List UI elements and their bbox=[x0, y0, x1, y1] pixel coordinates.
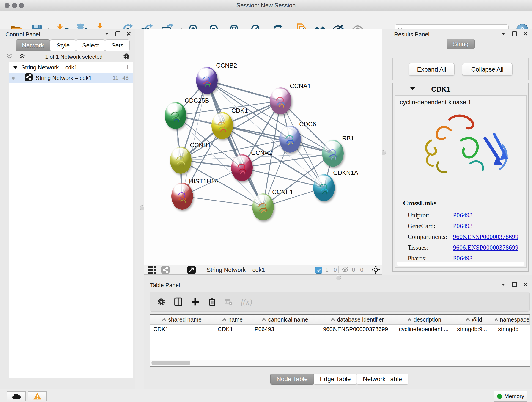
selected-count: 1 - 0 bbox=[325, 265, 337, 274]
expand-all-networks-icon[interactable] bbox=[19, 53, 26, 60]
edge-count: 48 bbox=[122, 75, 128, 81]
expand-all-button[interactable]: Expand All bbox=[409, 63, 455, 76]
tab-string[interactable]: String bbox=[447, 38, 475, 50]
column-header-canonical-name[interactable]: canonical name bbox=[251, 315, 319, 324]
network-selection-status: 1 of 1 Network selected bbox=[26, 54, 122, 60]
tab-style[interactable]: Style bbox=[50, 39, 76, 51]
node-HIST1H1A[interactable] bbox=[171, 183, 193, 210]
tab-edge-table[interactable]: Edge Table bbox=[314, 374, 357, 385]
results-panel: Results Panel String Expand All Collapse… bbox=[389, 29, 532, 274]
node-CDKN1A[interactable] bbox=[313, 174, 335, 201]
tab-select[interactable]: Select bbox=[76, 39, 105, 51]
column-header--id[interactable]: @id bbox=[453, 315, 494, 324]
tab-sets[interactable]: Sets bbox=[105, 39, 130, 51]
cell--id[interactable]: stringdb:9... bbox=[453, 325, 494, 334]
cell-description[interactable]: cyclin-dependent ... bbox=[395, 325, 453, 334]
create-column-button[interactable] bbox=[188, 294, 203, 309]
toolbar-divider bbox=[310, 266, 310, 273]
fx-icon: f(x) bbox=[241, 297, 252, 307]
node-label-RB1: RB1 bbox=[342, 135, 354, 142]
tab-node-table[interactable]: Node Table bbox=[270, 374, 314, 385]
cell-database-identifier[interactable]: 9606.ENSP00000378699 bbox=[319, 325, 395, 334]
network-canvas[interactable]: CCNB2CCNA1CDC25BCDK1CDC6RB1CCNB1CCNA2CDK… bbox=[144, 29, 382, 265]
warning-icon bbox=[33, 393, 41, 400]
cloud-status-button[interactable] bbox=[7, 391, 26, 401]
collapse-panel-icon[interactable] bbox=[500, 281, 506, 287]
float-panel-icon[interactable] bbox=[511, 31, 517, 37]
column-header-name[interactable]: name bbox=[214, 315, 251, 324]
close-panel-icon[interactable] bbox=[126, 31, 132, 37]
node-label-CCNA1: CCNA1 bbox=[290, 83, 311, 89]
trash-icon bbox=[207, 297, 217, 307]
network-row-label: String Network – cdk1 bbox=[36, 75, 113, 81]
node-label-CDK1: CDK1 bbox=[231, 107, 248, 114]
control-panel-tabs: NetworkStyleSelectSets bbox=[16, 39, 129, 51]
cell-name[interactable]: CDK1 bbox=[214, 325, 251, 334]
splitter-handle[interactable] bbox=[336, 275, 341, 280]
close-panel-icon[interactable] bbox=[522, 281, 528, 287]
cell-namespace[interactable]: stringdb bbox=[494, 325, 530, 334]
birds-eye-view-button[interactable] bbox=[187, 266, 196, 274]
node-CCNE1[interactable] bbox=[252, 193, 274, 220]
cdk1-section-header[interactable]: CDK1 bbox=[393, 83, 528, 95]
network-tree: String Network – cdk1 1 String Network –… bbox=[9, 62, 133, 378]
collapse-panel-icon[interactable] bbox=[104, 31, 110, 37]
node-CCNA2[interactable] bbox=[231, 154, 253, 181]
protein-ribbon-icon bbox=[235, 162, 248, 176]
table-options-button[interactable] bbox=[154, 294, 169, 309]
node-CCNB1[interactable] bbox=[170, 147, 191, 174]
column-header-shared-name[interactable]: shared name bbox=[150, 315, 214, 324]
node-CDK1[interactable] bbox=[211, 112, 233, 139]
crosslink-label: Tissues: bbox=[408, 244, 453, 251]
crosslink-link[interactable]: P06493 bbox=[453, 255, 473, 262]
expander-icon[interactable] bbox=[13, 64, 18, 71]
window-titlebar: Session: New Session bbox=[0, 0, 532, 11]
splitter-handle[interactable] bbox=[140, 205, 145, 211]
protein-ribbon-icon bbox=[176, 190, 189, 205]
crosslink-link[interactable]: P06493 bbox=[453, 211, 473, 219]
node-CDC6[interactable] bbox=[279, 126, 301, 153]
attribute-icon bbox=[162, 317, 166, 322]
node-RB1[interactable] bbox=[322, 140, 344, 167]
node-label-CCNA2: CCNA2 bbox=[251, 149, 272, 157]
column-header-description[interactable]: description bbox=[395, 315, 453, 324]
network-options-gear-icon[interactable] bbox=[122, 52, 131, 62]
float-panel-icon[interactable] bbox=[511, 281, 517, 287]
delete-column-button[interactable] bbox=[205, 294, 220, 309]
warnings-button[interactable] bbox=[28, 391, 47, 401]
table-header-row: shared namenamecanonical namedatabase id… bbox=[150, 315, 530, 325]
cell-canonical-name[interactable]: P06493 bbox=[251, 325, 319, 334]
column-header-database-identifier[interactable]: database identifier bbox=[319, 315, 395, 324]
collapse-all-networks-icon[interactable] bbox=[6, 53, 13, 60]
node-CDC25B[interactable] bbox=[165, 102, 186, 129]
fit-selected-button[interactable] bbox=[371, 266, 380, 274]
results-scrollbar-track[interactable] bbox=[397, 262, 524, 266]
crosslink-link[interactable]: P06493 bbox=[453, 222, 473, 230]
column-header-namespace[interactable]: namespace bbox=[494, 315, 530, 324]
crosslink-row: Compartments:9606.ENSP00000378699 bbox=[408, 231, 522, 242]
share-icon bbox=[161, 266, 170, 274]
grid-view-button[interactable] bbox=[147, 266, 157, 274]
memory-button[interactable]: Memory bbox=[494, 391, 527, 402]
network-row-selected[interactable]: String Network – cdk1 11 48 bbox=[9, 73, 133, 83]
node-CCNB2[interactable] bbox=[196, 67, 218, 94]
attribute-icon bbox=[331, 317, 335, 322]
table-row[interactable]: CDK1CDK1P064939606.ENSP00000378699cyclin… bbox=[150, 325, 530, 334]
network-style-button[interactable] bbox=[161, 266, 170, 274]
table-horizontal-scrollbar[interactable] bbox=[150, 360, 530, 366]
tab-network[interactable]: Network bbox=[16, 39, 50, 51]
collapse-all-button[interactable]: Collapse All bbox=[462, 63, 513, 76]
scrollbar-thumb[interactable] bbox=[152, 361, 190, 365]
network-collection-row[interactable]: String Network – cdk1 1 bbox=[9, 62, 133, 73]
float-panel-icon[interactable] bbox=[115, 31, 121, 37]
crosslink-link[interactable]: 9606.ENSP00000378699 bbox=[453, 233, 518, 240]
section-expander-icon[interactable] bbox=[410, 87, 415, 91]
collapse-panel-icon[interactable] bbox=[500, 31, 506, 37]
tab-network-table[interactable]: Network Table bbox=[357, 374, 408, 385]
selected-checkbox[interactable] bbox=[315, 267, 322, 274]
close-panel-icon[interactable] bbox=[522, 31, 528, 37]
crosslink-link[interactable]: 9606.ENSP00000378699 bbox=[453, 244, 518, 251]
show-columns-button[interactable] bbox=[171, 294, 186, 309]
cell-shared-name[interactable]: CDK1 bbox=[150, 325, 214, 334]
node-CCNA1[interactable] bbox=[270, 87, 291, 114]
